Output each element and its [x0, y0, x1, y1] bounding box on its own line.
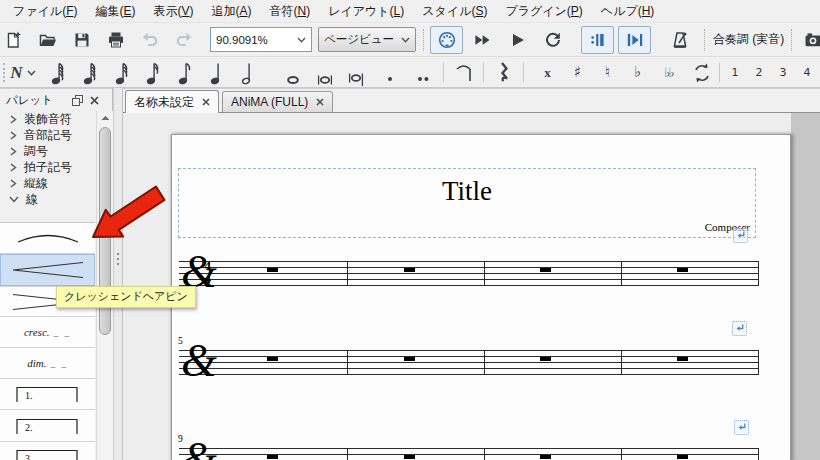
score-area: 名称未設定ANiMA (FULL) Title Composer &44&5&9 [123, 88, 820, 460]
play-repeats-toggle[interactable] [581, 26, 614, 54]
open-button[interactable] [34, 27, 62, 53]
document-tab-1[interactable]: ANiMA (FULL) [222, 91, 333, 112]
duration-8th-button[interactable] [170, 59, 201, 86]
flip-direction-button[interactable] [687, 59, 716, 86]
double-sharp-icon: x [544, 66, 551, 79]
natural-button[interactable]: ♮ [594, 59, 621, 86]
rest-button[interactable] [489, 59, 519, 86]
palette-tree-item-4[interactable]: 縦線 [0, 175, 95, 191]
barline [621, 261, 622, 286]
save-button[interactable] [68, 27, 96, 53]
duration-breve-button[interactable] [309, 59, 340, 86]
loop-playback-button[interactable] [537, 27, 568, 53]
close-icon[interactable] [202, 98, 210, 106]
menu-item-2[interactable]: 表示(V) [144, 0, 202, 23]
whole-rest[interactable] [677, 455, 688, 460]
palette-tree-item-1[interactable]: 音部記号 [0, 127, 95, 143]
whole-rest[interactable] [267, 357, 278, 362]
whole-rest[interactable] [267, 455, 278, 460]
view-mode-select[interactable]: ページビュー [318, 27, 416, 52]
canvas-outside-page [791, 113, 820, 460]
pan-playback-toggle[interactable] [618, 26, 651, 54]
voice-4-button[interactable]: 4 [796, 59, 818, 86]
whole-rest[interactable] [404, 357, 415, 362]
voice-2-button[interactable]: 2 [748, 59, 770, 86]
image-capture-button[interactable] [799, 27, 820, 53]
duration-32nd-button[interactable] [107, 59, 138, 86]
menu-item-7[interactable]: プラグイン(P) [496, 0, 591, 23]
volta-terza-cell[interactable]: 3. [0, 442, 95, 460]
menu-item-4[interactable]: 音符(N) [261, 0, 320, 23]
duration-whole-button[interactable] [277, 59, 308, 86]
whole-rest[interactable] [404, 268, 415, 273]
whole-rest[interactable] [677, 357, 688, 362]
flat-button[interactable]: ♭ [624, 59, 651, 86]
volta-seconda-cell[interactable]: 2. [0, 410, 95, 442]
cresc-dashed-line-cell[interactable]: cresc. _ _ [0, 317, 95, 348]
print-button[interactable] [102, 27, 130, 53]
note-input-button[interactable]: N [2, 59, 44, 86]
duration-16th-button[interactable] [138, 59, 169, 86]
play-button[interactable] [502, 27, 533, 53]
midi-input-toggle[interactable] [430, 26, 463, 54]
time-signature[interactable]: 44 [201, 260, 214, 285]
rewind-button[interactable] [467, 27, 498, 53]
treble-clef[interactable]: & [181, 436, 217, 460]
score-title-text[interactable]: Title [179, 176, 755, 207]
duration-128th-button[interactable] [43, 59, 74, 86]
float-panel-icon[interactable] [72, 95, 83, 106]
svg-text:3.: 3. [25, 453, 33, 460]
whole-rest[interactable] [677, 268, 688, 273]
system-break-icon[interactable] [732, 321, 747, 336]
double-dot-button[interactable] [407, 59, 438, 86]
scroll-up-icon[interactable] [97, 111, 113, 125]
menu-item-1[interactable]: 編集(E) [86, 0, 144, 23]
voice-1-button[interactable]: 1 [724, 59, 746, 86]
whole-rest[interactable] [540, 357, 551, 362]
close-icon[interactable] [90, 96, 99, 105]
whole-rest[interactable] [267, 268, 278, 273]
menu-item-3[interactable]: 追加(A) [203, 0, 261, 23]
whole-rest[interactable] [404, 455, 415, 460]
crescendo-hairpin-cell[interactable] [0, 254, 95, 287]
slur-cell[interactable] [0, 223, 95, 254]
system-break-icon[interactable] [733, 228, 748, 243]
palette-tree-item-0[interactable]: 装飾音符 [0, 111, 95, 127]
sharp-button[interactable]: ♯ [564, 59, 591, 86]
duration-quarter-button[interactable] [202, 59, 233, 86]
double-flat-button[interactable]: ♭♭ [654, 59, 683, 86]
undo-button[interactable] [136, 27, 164, 53]
voice-3-button[interactable]: 3 [772, 59, 794, 86]
volta-prima-cell[interactable]: 1. [0, 379, 95, 410]
menu-item-5[interactable]: レイアウト(L) [319, 0, 413, 23]
treble-clef[interactable]: & [181, 338, 217, 384]
close-icon[interactable] [316, 98, 324, 106]
palette-tree-item-2[interactable]: 調号 [0, 143, 95, 159]
system-break-icon[interactable] [734, 420, 749, 435]
tie-button[interactable] [449, 59, 479, 86]
score-page[interactable]: Title Composer &44&5&9 [171, 134, 791, 460]
redo-button[interactable] [170, 27, 198, 53]
menu-item-0[interactable]: ファイル(F) [4, 0, 86, 23]
palette-tree-item-5[interactable]: 線 [0, 191, 95, 207]
menu-item-6[interactable]: スタイル(S) [413, 0, 496, 23]
voice-1-icon: 1 [732, 67, 739, 78]
dim-dashed-line-cell[interactable]: dim. _ _ [0, 348, 95, 379]
staff-line [179, 261, 759, 262]
palette-tree-item-3[interactable]: 拍子記号 [0, 159, 95, 175]
duration-half-button[interactable] [233, 59, 264, 86]
augmentation-dot-button[interactable] [374, 59, 405, 86]
zoom-select[interactable]: 90.9091% [210, 27, 312, 52]
metronome-button[interactable] [664, 27, 695, 53]
document-tab-0[interactable]: 名称未設定 [125, 90, 219, 113]
menu-item-8[interactable]: ヘルプ(H) [592, 0, 664, 23]
whole-rest[interactable] [540, 268, 551, 273]
duration-64th-button[interactable] [75, 59, 106, 86]
panel-splitter[interactable] [113, 88, 123, 460]
duration-longa-button[interactable] [341, 59, 372, 86]
loop-icon [544, 31, 562, 49]
new-score-button[interactable] [0, 27, 28, 53]
whole-rest[interactable] [540, 455, 551, 460]
double-sharp-button[interactable]: x [534, 59, 561, 86]
concert-pitch-toggle[interactable]: 合奏調 (実音) [706, 27, 791, 52]
